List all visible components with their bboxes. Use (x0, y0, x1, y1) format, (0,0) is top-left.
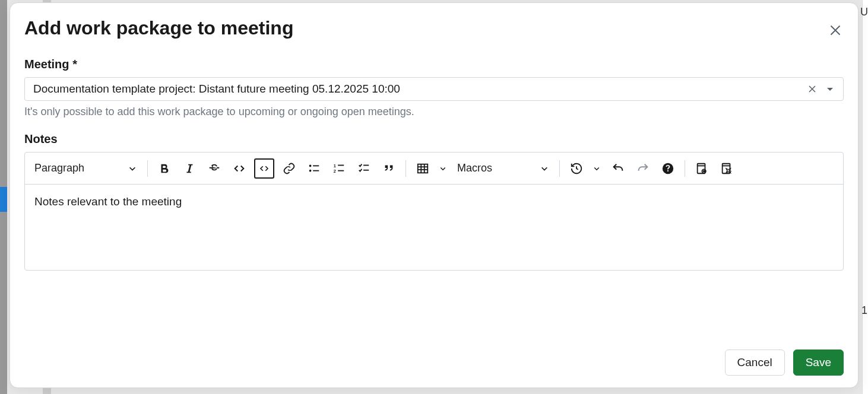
caret-down-icon (825, 84, 835, 94)
preview-icon (695, 162, 708, 175)
meeting-label-text: Meeting (24, 58, 69, 71)
undo-button[interactable] (606, 157, 630, 180)
table-icon (416, 162, 429, 175)
svg-rect-7 (338, 170, 344, 171)
help-icon (661, 162, 674, 175)
macros-dropdown[interactable]: Macros (452, 157, 555, 180)
close-button[interactable] (827, 22, 844, 41)
clear-selection-button[interactable] (806, 83, 818, 95)
table-button-group (411, 157, 451, 180)
meeting-select[interactable]: Documentation template project: Distant … (24, 77, 844, 101)
svg-point-0 (309, 164, 312, 167)
preview-button[interactable] (690, 157, 714, 180)
italic-icon (183, 162, 196, 175)
meeting-hint: It's only possible to add this work pack… (24, 106, 844, 118)
notes-content: Notes relevant to the meeting (34, 195, 182, 208)
redo-button[interactable] (631, 157, 655, 180)
svg-text:2: 2 (334, 169, 336, 174)
table-button[interactable] (411, 157, 435, 180)
toolbar-separator (559, 160, 560, 177)
notes-editor: Paragraph (24, 152, 844, 271)
modal-footer: Cancel Save (24, 338, 844, 376)
strikethrough-button[interactable] (202, 157, 226, 180)
link-icon (283, 162, 296, 175)
chevron-down-icon (593, 165, 600, 172)
chevron-down-icon (540, 164, 549, 173)
quote-icon (382, 162, 395, 175)
backdrop-right-panel: U 1 (862, 0, 868, 394)
x-icon (807, 84, 817, 94)
bullet-list-icon (308, 162, 321, 175)
svg-rect-1 (313, 165, 319, 166)
help-button[interactable] (656, 157, 680, 180)
cancel-button[interactable]: Cancel (725, 349, 785, 376)
add-work-package-modal: Add work package to meeting Meeting * Do… (9, 2, 859, 388)
svg-text:<>: <> (727, 169, 732, 173)
macros-dropdown-label: Macros (457, 162, 492, 174)
editor-toolbar: Paragraph (25, 152, 843, 185)
source-icon: <> (720, 162, 733, 175)
chevron-down-icon (128, 164, 137, 173)
code-block-icon (259, 163, 270, 174)
task-list-button[interactable] (352, 157, 376, 180)
numbered-list-icon: 12 (332, 162, 346, 175)
close-icon (829, 24, 841, 36)
meeting-field-group: Meeting * Documentation template project… (24, 58, 844, 118)
modal-header: Add work package to meeting (24, 17, 844, 41)
task-list-icon (357, 162, 370, 175)
modal-title: Add work package to meeting (24, 17, 293, 39)
required-indicator: * (72, 58, 77, 71)
toolbar-separator (685, 160, 685, 177)
svg-rect-3 (313, 170, 319, 171)
notes-textarea[interactable]: Notes relevant to the meeting (25, 185, 843, 270)
meeting-label: Meeting * (24, 58, 844, 71)
backdrop-letter: U (860, 6, 868, 18)
dropdown-toggle-button[interactable] (824, 83, 836, 95)
save-button[interactable]: Save (793, 349, 844, 376)
svg-point-18 (704, 170, 705, 171)
backdrop-number: 1 (861, 304, 867, 317)
toolbar-separator (406, 160, 406, 177)
meeting-select-controls (806, 83, 838, 95)
bold-button[interactable] (153, 157, 176, 180)
svg-point-2 (309, 169, 312, 171)
link-button[interactable] (277, 157, 301, 180)
history-dropdown-button[interactable] (588, 157, 605, 180)
italic-button[interactable] (178, 157, 201, 180)
history-icon (570, 162, 583, 175)
bullet-list-button[interactable] (302, 157, 326, 180)
source-button[interactable]: <> (715, 157, 739, 180)
history-button[interactable] (565, 157, 588, 180)
redo-icon (636, 162, 650, 175)
undo-icon (612, 162, 625, 175)
toolbar-separator (147, 160, 148, 177)
paragraph-dropdown[interactable]: Paragraph (30, 157, 142, 180)
svg-text:1: 1 (334, 163, 336, 169)
history-button-group (565, 157, 605, 180)
bold-icon (158, 162, 171, 175)
strikethrough-icon (208, 162, 221, 175)
inline-code-button[interactable] (227, 157, 251, 180)
code-block-button[interactable] (254, 158, 274, 179)
paragraph-dropdown-label: Paragraph (34, 162, 84, 174)
numbered-list-button[interactable]: 12 (327, 157, 351, 180)
code-icon (233, 162, 246, 175)
meeting-select-value: Documentation template project: Distant … (33, 82, 806, 96)
backdrop-selection (0, 187, 7, 212)
blockquote-button[interactable] (377, 157, 401, 180)
table-dropdown-button[interactable] (435, 157, 451, 180)
svg-rect-10 (418, 164, 428, 173)
svg-rect-5 (338, 164, 344, 166)
notes-field-group: Notes Paragraph (24, 132, 844, 271)
chevron-down-icon (439, 165, 446, 172)
notes-label: Notes (24, 132, 844, 146)
